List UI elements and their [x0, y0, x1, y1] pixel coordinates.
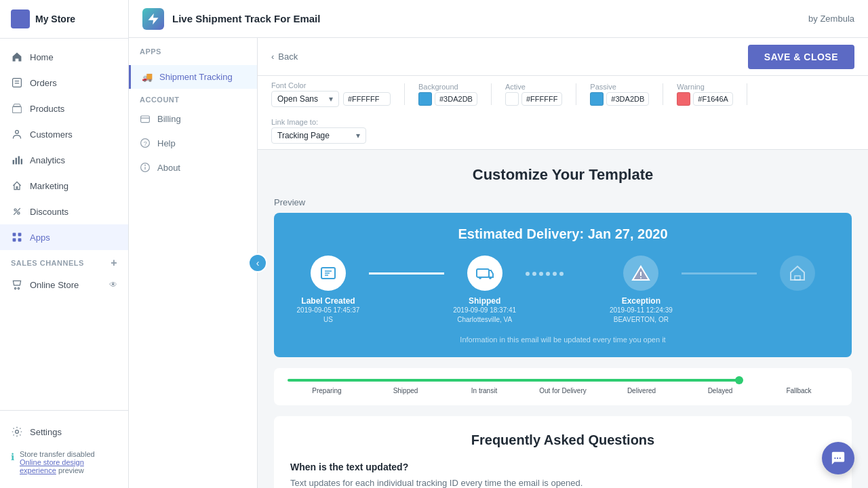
topbar-left: Live Shipment Track For Email: [142, 8, 320, 30]
svg-point-30: [479, 277, 481, 279]
main-area: Live Shipment Track For Email by Zembula…: [129, 0, 868, 488]
font-family-select[interactable]: Open Sans ▾: [271, 91, 339, 107]
sidebar-item-orders[interactable]: Orders: [0, 70, 128, 96]
step-2-icon: [467, 256, 502, 291]
step-3-date: 2019-09-11 12:24:39BEAVERTON, OR: [610, 306, 673, 325]
connector-2: [526, 272, 601, 274]
svg-point-16: [18, 287, 19, 289]
connector-1: [369, 272, 444, 274]
svg-point-24: [145, 165, 146, 165]
sidebar-item-marketing[interactable]: Marketing: [0, 173, 128, 199]
svg-rect-4: [13, 160, 14, 164]
stage-shipped[interactable]: Shipped: [366, 387, 445, 394]
orders-icon: [11, 77, 23, 89]
add-sales-channel-icon[interactable]: +: [111, 257, 117, 269]
font-color-option: Font Color Open Sans ▾ #FFFFFF: [271, 81, 391, 107]
apps-nav-help[interactable]: ? Help: [129, 131, 257, 155]
step-1-date: 2019-09-05 17:45:37US: [297, 306, 360, 325]
step-delivered: [757, 256, 838, 296]
step-3-icon: [623, 256, 658, 291]
sidebar-item-products[interactable]: Products: [0, 96, 128, 121]
link-image-select[interactable]: Tracking Page ▾: [271, 127, 366, 144]
stage-preparing[interactable]: Preparing: [288, 387, 366, 394]
svg-point-17: [16, 430, 19, 434]
passive-swatch[interactable]: [590, 92, 604, 106]
back-arrow-icon: ‹: [271, 52, 274, 62]
sidebar-item-online-store[interactable]: Online Store 👁: [0, 272, 128, 298]
svg-point-31: [489, 277, 492, 279]
products-icon: [11, 102, 23, 115]
analytics-icon: [11, 154, 23, 166]
stage-selector: Preparing Shipped In transit Out for Del…: [274, 368, 852, 405]
progress-dot: [735, 376, 743, 384]
background-swatch[interactable]: [418, 92, 432, 106]
font-color-value[interactable]: #FFFFFF: [343, 92, 391, 106]
stage-delivered[interactable]: Delivered: [602, 387, 681, 394]
background-color-value[interactable]: #3DA2DB: [435, 92, 477, 106]
account-section-header: ACCOUNT: [129, 89, 257, 106]
background-option: Background #3DA2DB: [418, 83, 477, 106]
chat-icon: [831, 451, 846, 466]
help-icon: ?: [140, 138, 151, 148]
step-2-date: 2019-09-09 18:37:41Charlottesville, VA: [453, 306, 516, 325]
sidebar-item-customers[interactable]: Customers: [0, 121, 128, 147]
sidebar-item-apps[interactable]: Apps: [0, 224, 128, 250]
options-bar: Font Color Open Sans ▾ #FFFFFF Backgroun…: [258, 76, 868, 150]
stage-labels: Preparing Shipped In transit Out for Del…: [288, 387, 838, 394]
stage-delayed[interactable]: Delayed: [681, 387, 760, 394]
active-swatch[interactable]: [505, 92, 519, 106]
sidebar-bottom: Settings ℹ Store transfer disabled Onlin…: [0, 410, 128, 488]
page-title: Customize Your Template: [274, 166, 852, 184]
connector-3: [682, 272, 757, 274]
progress-track: [288, 379, 838, 382]
back-button[interactable]: ‹ Back: [271, 52, 298, 62]
content-area: ‹ Back SAVE & CLOSE Font Color Open Sans…: [258, 38, 868, 488]
step-3-name: Exception: [622, 296, 660, 306]
sidebar-item-settings[interactable]: Settings: [0, 419, 128, 445]
home-icon: [11, 51, 23, 63]
billing-icon: [140, 113, 151, 124]
faq-answer-1: Text updates for each individual trackin…: [290, 476, 835, 488]
svg-text:?: ?: [144, 140, 147, 147]
topbar-title: Live Shipment Track For Email: [172, 13, 320, 24]
sales-channels-label: SALES CHANNELS +: [0, 250, 128, 272]
faq-title: Frequently Asked Questions: [290, 432, 835, 448]
svg-rect-13: [13, 239, 16, 242]
tracking-steps: Label Created 2019-09-05 17:45:37US: [288, 256, 838, 325]
stage-in-transit[interactable]: In transit: [445, 387, 524, 394]
separator-4: [663, 83, 663, 105]
sidebar-item-analytics[interactable]: Analytics: [0, 147, 128, 173]
topbar: Live Shipment Track For Email by Zembula: [129, 0, 868, 38]
link-image-option: Link Image to: Tracking Page ▾: [271, 118, 366, 144]
svg-point-8: [14, 209, 16, 211]
warning-swatch[interactable]: [677, 92, 690, 106]
sidebar-item-home[interactable]: Home: [0, 44, 128, 70]
separator-1: [404, 83, 405, 105]
apps-sidebar-inner: APPS 🚚 Shipment Tracking ACCOUNT Billing…: [129, 38, 258, 488]
svg-point-33: [640, 277, 642, 279]
content-toolbar: ‹ Back SAVE & CLOSE: [258, 38, 868, 76]
faq-item-1: When is the text updated? Text updates f…: [290, 462, 835, 488]
step-1-icon: [311, 256, 346, 291]
preview-label: Preview: [274, 197, 852, 207]
svg-point-9: [18, 212, 20, 214]
link-image-chevron: ▾: [356, 131, 360, 140]
sidebar-item-discounts[interactable]: Discounts: [0, 199, 128, 224]
store-transfer-notice: ℹ Store transfer disabled Online store d…: [0, 445, 128, 480]
step-1-name: Label Created: [301, 296, 355, 306]
apps-nav-about[interactable]: About: [129, 155, 257, 180]
save-close-button[interactable]: SAVE & CLOSE: [748, 45, 854, 69]
apps-nav-shipment-tracking[interactable]: 🚚 Shipment Tracking: [129, 65, 257, 89]
faq-section: Frequently Asked Questions When is the t…: [274, 416, 852, 488]
active-option: Active #FFFFFF: [505, 83, 562, 106]
apps-nav-billing[interactable]: Billing: [129, 106, 257, 131]
svg-rect-6: [18, 156, 20, 164]
sidebar-toggle-arrow[interactable]: ‹: [248, 253, 267, 272]
chat-button[interactable]: [822, 442, 854, 474]
online-store-settings-icon: 👁: [109, 280, 117, 289]
passive-color-value[interactable]: #3DA2DB: [606, 92, 649, 106]
stage-out-for-delivery[interactable]: Out for Delivery: [524, 387, 602, 394]
warning-color-value[interactable]: #F1646A: [693, 92, 733, 106]
active-color-value[interactable]: #FFFFFF: [521, 92, 562, 106]
stage-fallback[interactable]: Fallback: [760, 387, 838, 394]
